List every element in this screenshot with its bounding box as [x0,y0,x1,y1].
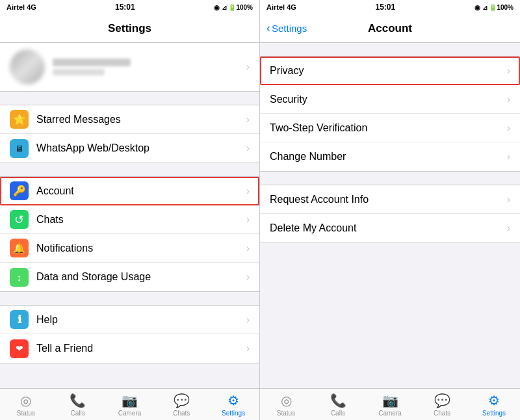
status-tab-icon: ◎ [20,393,31,408]
right-item-privacy[interactable]: Privacy › [260,57,520,85]
r-status-tab-icon: ◎ [281,393,292,408]
chats-tab-icon: 💬 [174,393,190,408]
right-spacer-1 [260,43,520,49]
calls-tab-icon: 📞 [70,393,86,408]
right-item-requestinfo[interactable]: Request Account Info › [260,185,520,214]
changenumber-chevron: › [507,151,510,163]
right-nav-title: Account [368,22,412,35]
sidebar-item-whatsappweb[interactable]: 🖥 WhatsApp Web/Desktop › [0,134,259,163]
tab-settings-left[interactable]: ⚙ Settings [207,393,259,417]
starred-label: Starred Messages [36,114,246,125]
r-camera-tab-label: Camera [378,410,402,417]
left-status-icons: ◉ ⊿ 🔋100% [214,4,253,11]
right-spacer-2 [260,172,520,178]
left-panel: Airtel 4G 15:01 ◉ ⊿ 🔋100% Settings › ⭐ S… [0,0,260,420]
r-chats-tab-label: Chats [434,410,450,417]
back-chevron-icon: ‹ [266,21,270,35]
storage-chevron: › [246,271,250,283]
sidebar-item-notifications[interactable]: 🔔 Notifications › [0,234,259,263]
tab-chats-left[interactable]: 💬 Chats [155,393,207,417]
camera-tab-icon: 📷 [122,393,138,408]
right-panel: Airtel 4G 15:01 ◉ ⊿ 🔋100% ‹ Settings Acc… [260,0,520,420]
help-chevron: › [246,314,250,326]
tab-settings-right[interactable]: ⚙ Settings [468,393,520,417]
tab-camera-right[interactable]: 📷 Camera [364,393,416,417]
account-icon: 🔑 [10,181,29,200]
profile-name [53,59,131,66]
notifications-chevron: › [246,243,250,254]
tab-status-left[interactable]: ◎ Status [0,393,52,417]
right-section-2: Request Account Info › Delete My Account… [260,185,520,243]
starred-icon: ⭐ [10,110,29,129]
left-tab-bar: ◎ Status 📞 Calls 📷 Camera 💬 Chats ⚙ Sett… [0,388,259,420]
right-nav-bar: ‹ Settings Account [260,14,520,43]
right-item-changenumber[interactable]: Change Number › [260,142,520,171]
sidebar-item-account[interactable]: 🔑 Account › [0,177,259,205]
account-chevron: › [246,185,250,197]
right-carrier: Airtel 4G [266,3,296,11]
right-time: 15:01 [376,3,396,12]
right-empty-area [260,243,520,388]
security-label: Security [270,94,507,105]
twostep-chevron: › [507,122,510,134]
sidebar-item-storage[interactable]: ↕ Data and Storage Usage › [0,263,259,291]
nav-back-button[interactable]: ‹ Settings [266,21,307,35]
left-time: 15:01 [115,3,135,12]
twostep-label: Two-Step Verification [270,122,507,134]
notifications-icon: 🔔 [10,239,29,257]
left-carrier: Airtel 4G [6,3,36,11]
tab-camera-left[interactable]: 📷 Camera [104,393,156,417]
tab-calls-right[interactable]: 📞 Calls [312,393,364,417]
r-calls-tab-icon: 📞 [330,393,346,408]
right-status-bar: Airtel 4G 15:01 ◉ ⊿ 🔋100% [260,0,520,14]
spacer-3 [0,292,259,298]
starred-chevron: › [246,114,250,125]
spacer-1 [0,92,259,98]
changenumber-label: Change Number [270,151,507,163]
left-section-1: ⭐ Starred Messages › 🖥 WhatsApp Web/Desk… [0,105,259,163]
sidebar-item-friend[interactable]: ❤ Tell a Friend › [0,334,259,363]
sidebar-item-help[interactable]: ℹ Help › [0,306,259,334]
friend-chevron: › [246,343,250,354]
settings-tab-icon: ⚙ [228,393,239,408]
security-chevron: › [507,94,510,105]
friend-label: Tell a Friend [36,343,246,354]
whatsappweb-label: WhatsApp Web/Desktop [36,142,246,154]
settings-tab-label: Settings [222,410,245,417]
tab-chats-right[interactable]: 💬 Chats [416,393,468,417]
left-profile-section[interactable]: › [0,43,259,92]
right-status-icons: ◉ ⊿ 🔋100% [474,4,514,11]
deleteaccount-label: Delete My Account [270,222,507,234]
r-settings-tab-label: Settings [482,410,506,417]
left-status-bar: Airtel 4G 15:01 ◉ ⊿ 🔋100% [0,0,259,14]
help-label: Help [36,314,246,326]
left-nav-bar: Settings [0,14,259,43]
right-item-twostep[interactable]: Two-Step Verification › [260,114,520,142]
deleteaccount-chevron: › [507,222,510,234]
profile-info [53,59,239,75]
requestinfo-chevron: › [507,194,510,205]
friend-icon: ❤ [10,339,29,358]
r-chats-tab-icon: 💬 [434,393,450,408]
storage-label: Data and Storage Usage [36,271,246,283]
status-tab-label: Status [17,410,35,417]
chats-icon: ↺ [10,210,29,229]
right-item-deleteaccount[interactable]: Delete My Account › [260,214,520,243]
chats-chevron: › [246,214,250,226]
whatsappweb-icon: 🖥 [10,139,29,158]
sidebar-item-starred[interactable]: ⭐ Starred Messages › [0,105,259,134]
sidebar-item-chats[interactable]: ↺ Chats › [0,205,259,234]
storage-icon: ↕ [10,268,29,287]
tab-calls-left[interactable]: 📞 Calls [52,393,104,417]
requestinfo-label: Request Account Info [270,194,507,205]
r-calls-tab-label: Calls [331,410,345,417]
profile-avatar [10,49,45,85]
spacer-2 [0,163,259,170]
right-item-security[interactable]: Security › [260,85,520,114]
tab-status-right[interactable]: ◎ Status [260,393,312,417]
calls-tab-label: Calls [71,410,85,417]
account-label: Account [36,185,246,197]
r-camera-tab-icon: 📷 [382,393,398,408]
camera-tab-label: Camera [118,410,142,417]
left-nav-title: Settings [108,22,151,35]
